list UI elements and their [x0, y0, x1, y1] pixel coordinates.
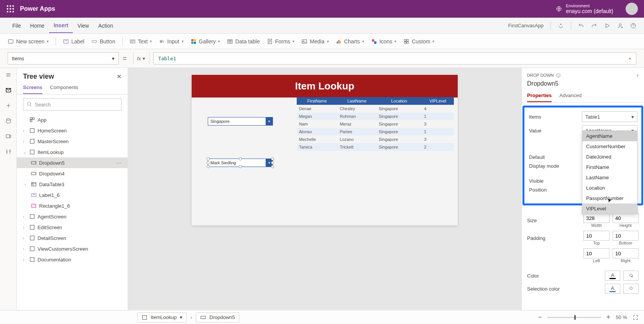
value-option[interactable]: AgentName — [582, 131, 637, 141]
svg-rect-28 — [374, 41, 376, 44]
tree-item-label1-6[interactable]: Label1_6 — [17, 190, 128, 200]
resize-handle[interactable] — [239, 165, 242, 168]
media-button[interactable]: Media▾ — [301, 38, 329, 45]
padding-bottom-input[interactable] — [613, 231, 639, 241]
button-button[interactable]: Button — [91, 38, 115, 45]
fx-icon[interactable]: fx▾ — [133, 52, 150, 64]
undo-icon[interactable] — [578, 23, 584, 29]
selection-fill-color-button[interactable] — [623, 284, 639, 294]
tree-item-dropdown5[interactable]: Dropdown5⋯ — [17, 157, 128, 168]
tree-item-rectangle1-6[interactable]: Rectangle1_6 — [17, 200, 128, 211]
padding-left-input[interactable] — [583, 248, 610, 258]
table-row[interactable]: DenaeChesleySingapore4 — [297, 105, 454, 112]
value-option[interactable]: LastName — [582, 172, 637, 183]
tab-screens[interactable]: Screens — [23, 84, 43, 94]
redo-icon[interactable] — [591, 23, 597, 29]
tree-item-homescreen[interactable]: ›HomeScreen — [17, 125, 128, 136]
table-row[interactable]: NamMerazSingapore3 — [297, 120, 454, 128]
gallery-button[interactable]: Gallery▾ — [191, 38, 220, 45]
menu-view[interactable]: View — [73, 19, 94, 33]
search-input[interactable]: Search — [23, 98, 122, 111]
table-row[interactable]: MeganRohmanSingapore1 — [297, 112, 454, 120]
table-row[interactable]: MechelleLozanoSingapore3 — [297, 136, 454, 143]
hamburger-icon[interactable] — [5, 72, 12, 78]
tree-item-masterscreen[interactable]: ›MasterScreen — [17, 136, 128, 147]
datatable-button[interactable]: Data table — [227, 38, 260, 45]
padding-right-input[interactable] — [613, 248, 639, 258]
tools-icon[interactable] — [5, 149, 12, 155]
value-option[interactable]: DateJoined — [582, 152, 637, 162]
label-button[interactable]: Label — [63, 38, 84, 45]
font-color-button[interactable]: A — [605, 271, 620, 281]
tab-components[interactable]: Components — [50, 84, 79, 94]
breadcrumb-screen[interactable]: ItemLookup▾ — [137, 312, 187, 322]
tree-item-dropdown4[interactable]: Dropdown4 — [17, 168, 128, 179]
charts-button[interactable]: Charts▾ — [336, 38, 364, 45]
tree-item-app[interactable]: App — [17, 114, 128, 125]
chevron-down-icon: ▾ — [266, 117, 273, 125]
play-icon[interactable] — [604, 23, 610, 29]
resize-handle[interactable] — [271, 165, 274, 168]
prop-items-input[interactable]: Table1▾ — [582, 111, 637, 122]
tree-item-editscreen[interactable]: ›EditScreen — [17, 222, 128, 233]
zoom-out-button[interactable]: − — [538, 313, 542, 321]
media-icon[interactable] — [5, 133, 12, 139]
value-option[interactable]: Location — [582, 183, 637, 193]
value-option[interactable]: VIPLevel — [582, 203, 637, 214]
resize-handle[interactable] — [239, 157, 242, 160]
menu-insert[interactable]: Insert — [49, 18, 73, 33]
tree-item-itemlookup[interactable]: ⌄ItemLookup — [17, 147, 128, 157]
zoom-in-button[interactable]: + — [606, 313, 611, 321]
info-icon[interactable] — [556, 73, 561, 78]
zoom-slider[interactable] — [547, 317, 601, 318]
resize-handle[interactable] — [207, 161, 210, 164]
value-option[interactable]: FirstName — [582, 162, 637, 172]
tree-view-icon[interactable] — [5, 87, 12, 93]
dropdown4-preview[interactable]: Singapore ▾ — [208, 117, 273, 126]
share-icon[interactable] — [617, 23, 623, 29]
custom-button[interactable]: Custom▾ — [403, 38, 434, 45]
environment-picker[interactable]: Environment enayu.com (default) — [556, 3, 638, 15]
property-selector[interactable]: Items ▾ — [8, 52, 119, 64]
icons-button[interactable]: Icons▾ — [371, 38, 396, 45]
fill-color-button[interactable] — [623, 271, 639, 281]
tree-item-datatable3[interactable]: ›DataTable3 — [17, 179, 128, 190]
tab-properties[interactable]: Properties — [527, 90, 552, 102]
data-icon[interactable] — [5, 118, 12, 124]
resize-handle[interactable] — [207, 157, 210, 160]
padding-top-input[interactable] — [583, 231, 610, 241]
chevron-right-icon[interactable]: › — [637, 72, 639, 79]
menu-action[interactable]: Action — [94, 19, 118, 33]
add-icon[interactable] — [5, 102, 12, 109]
help-icon[interactable] — [630, 23, 636, 29]
tab-advanced[interactable]: Advanced — [559, 90, 582, 102]
resize-handle[interactable] — [271, 157, 274, 160]
table-row[interactable]: AlonsoParteeSingapore1 — [297, 128, 454, 136]
formula-input[interactable]: Table1 ▾ — [153, 52, 636, 64]
size-width-input[interactable] — [583, 213, 610, 223]
close-icon[interactable]: ✕ — [117, 73, 122, 80]
value-option[interactable]: CustomerNumber — [582, 141, 637, 152]
table-row[interactable]: TamicaTrickettSingapore2 — [297, 143, 454, 151]
resize-handle[interactable] — [271, 161, 274, 164]
app-launcher-icon[interactable] — [6, 5, 15, 13]
canvas-area[interactable]: Item Lookup Singapore ▾ Mark Siedling ▾ … — [128, 68, 521, 310]
tree-item-detailscreen[interactable]: ›DetailScreen — [17, 233, 128, 243]
dropdown5-preview[interactable]: Mark Siedling ▾ — [208, 159, 273, 167]
resize-handle[interactable] — [207, 165, 210, 168]
breadcrumb-control[interactable]: Dropdown5 — [196, 312, 239, 322]
avatar[interactable] — [626, 3, 638, 15]
tree-item-viewcustomersscreen[interactable]: ›ViewCustomersScreen — [17, 243, 128, 254]
fit-icon[interactable] — [632, 314, 639, 321]
menu-file[interactable]: File — [8, 19, 26, 33]
text-button[interactable]: Text▾ — [130, 38, 152, 45]
app-checker-icon[interactable] — [558, 23, 564, 29]
tree-item-documentation[interactable]: ›Documentation — [17, 254, 128, 265]
tree-item-agentscreen[interactable]: ›AgentScreen — [17, 211, 128, 222]
forms-button[interactable]: Forms▾ — [267, 38, 295, 45]
input-button[interactable]: Input▾ — [159, 38, 183, 45]
new-screen-button[interactable]: New screen▾ — [8, 38, 49, 45]
menu-home[interactable]: Home — [26, 19, 49, 33]
selection-font-color-button[interactable]: A — [605, 284, 620, 294]
size-height-input[interactable] — [613, 213, 639, 223]
